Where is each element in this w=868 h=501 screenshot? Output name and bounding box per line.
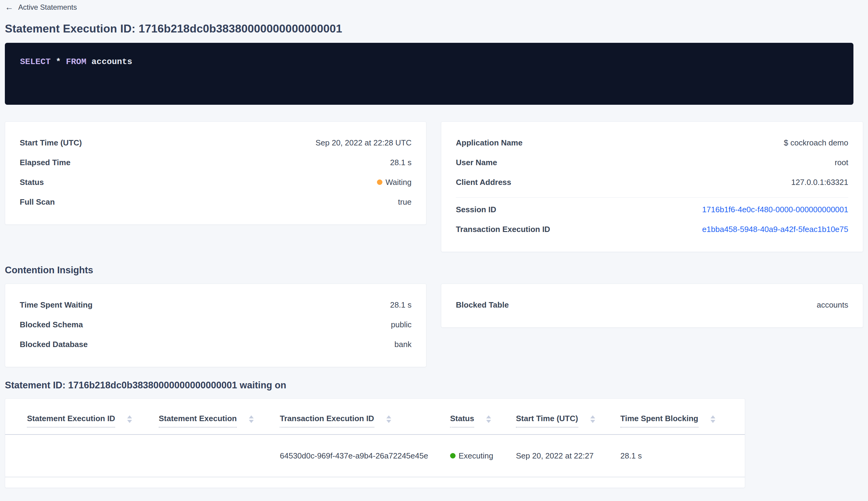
detail-row-start-time: Start Time (UTC) Sep 20, 2022 at 22:28 U… [20, 138, 412, 148]
cell-transaction-execution-id: 64530d0c-969f-437e-a9b4-26a72245e45e [280, 435, 450, 477]
sql-keyword-from: FROM [66, 57, 86, 66]
sort-icon[interactable] [590, 415, 595, 423]
user-name-value: root [835, 158, 848, 167]
sort-icon[interactable] [710, 415, 715, 423]
sql-keyword-select: SELECT [20, 57, 51, 66]
detail-row-status: Status Waiting [20, 178, 412, 187]
session-id-link[interactable]: 1716b1f6-4e0c-f480-0000-000000000001 [702, 205, 848, 214]
detail-row-session-id: Session ID 1716b1f6-4e0c-f480-0000-00000… [456, 205, 848, 214]
execution-details-row: Start Time (UTC) Sep 20, 2022 at 22:28 U… [5, 121, 863, 252]
blocked-schema-value: public [391, 320, 412, 329]
column-label: Start Time (UTC) [516, 414, 578, 427]
sql-statement-text: SELECT * FROM accounts [20, 57, 838, 67]
user-name-label: User Name [456, 158, 497, 167]
blocked-table-value: accounts [817, 300, 848, 310]
detail-row-blocked-table: Blocked Table accounts [456, 300, 848, 310]
arrow-left-icon: ← [5, 3, 13, 12]
column-label: Time Spent Blocking [620, 414, 698, 427]
table-row: 64530d0c-969f-437e-a9b4-26a72245e45e Exe… [5, 435, 745, 477]
sort-icon[interactable] [386, 415, 391, 423]
blocked-schema-label: Blocked Schema [20, 320, 83, 329]
blocked-table-label: Blocked Table [456, 300, 509, 310]
session-id-label: Session ID [456, 205, 496, 214]
column-header-transaction-execution-id[interactable]: Transaction Execution ID [280, 399, 450, 435]
column-header-status[interactable]: Status [450, 399, 516, 435]
table-header-row: Statement Execution ID Statement Executi… [5, 399, 745, 435]
sql-statement-box: SELECT * FROM accounts [5, 43, 854, 105]
column-header-time-spent-blocking[interactable]: Time Spent Blocking [620, 399, 745, 435]
back-link-label: Active Statements [18, 3, 77, 12]
elapsed-time-value: 28.1 s [390, 158, 412, 167]
status-value: Waiting [386, 178, 412, 187]
contention-insights-row: Time Spent Waiting 28.1 s Blocked Schema… [5, 284, 863, 367]
row-status-value: Executing [458, 451, 493, 461]
transaction-execution-id-label: Transaction Execution ID [456, 225, 550, 234]
execution-details-card: Start Time (UTC) Sep 20, 2022 at 22:28 U… [5, 121, 426, 225]
application-name-label: Application Name [456, 138, 523, 148]
detail-row-elapsed-time: Elapsed Time 28.1 s [20, 158, 412, 167]
detail-row-blocked-database: Blocked Database bank [20, 340, 412, 349]
blocked-database-value: bank [394, 340, 412, 349]
waiting-on-table: Statement Execution ID Statement Executi… [5, 399, 745, 477]
client-address-label: Client Address [456, 178, 511, 187]
cell-time-spent-blocking: 28.1 s [620, 435, 745, 477]
detail-row-full-scan: Full Scan true [20, 198, 412, 207]
transaction-execution-id-link[interactable]: e1bba458-5948-40a9-a42f-5feac1b10e75 [702, 225, 848, 234]
detail-row-client-address: Client Address 127.0.0.1:63321 [456, 178, 848, 187]
cell-status: Executing [450, 435, 516, 477]
detail-row-user-name: User Name root [456, 158, 848, 167]
column-header-start-time[interactable]: Start Time (UTC) [516, 399, 620, 435]
full-scan-label: Full Scan [20, 198, 55, 207]
blocked-database-label: Blocked Database [20, 340, 88, 349]
detail-row-transaction-execution-id: Transaction Execution ID e1bba458-5948-4… [456, 225, 848, 234]
time-spent-waiting-value: 28.1 s [390, 300, 412, 310]
client-address-value: 127.0.0.1:63321 [791, 178, 848, 187]
contention-right-card: Blocked Table accounts [441, 284, 863, 328]
elapsed-time-label: Elapsed Time [20, 158, 70, 167]
sort-icon[interactable] [249, 415, 254, 423]
executing-status-dot-icon [450, 453, 456, 458]
time-spent-waiting-label: Time Spent Waiting [20, 300, 93, 310]
statement-execution-page: ← Active Statements Statement Execution … [0, 0, 868, 488]
sort-icon[interactable] [486, 415, 491, 423]
cell-statement-execution [159, 435, 280, 477]
sort-icon[interactable] [127, 415, 132, 423]
cell-statement-execution-id [5, 435, 159, 477]
sql-table-identifier: accounts [91, 57, 132, 66]
contention-left-card: Time Spent Waiting 28.1 s Blocked Schema… [5, 284, 426, 367]
detail-row-time-spent-waiting: Time Spent Waiting 28.1 s [20, 300, 412, 310]
sql-star-operator: * [56, 57, 61, 66]
session-details-card: Application Name $ cockroach demo User N… [441, 121, 863, 252]
column-header-statement-execution-id[interactable]: Statement Execution ID [5, 399, 159, 435]
full-scan-value: true [398, 198, 412, 207]
column-label: Status [450, 414, 474, 427]
column-label: Statement Execution ID [27, 414, 115, 427]
start-time-value: Sep 20, 2022 at 22:28 UTC [315, 138, 412, 148]
cell-start-time: Sep 20, 2022 at 22:27 [516, 435, 620, 477]
waiting-on-table-card: Statement Execution ID Statement Executi… [5, 398, 745, 488]
detail-row-blocked-schema: Blocked Schema public [20, 320, 412, 329]
start-time-label: Start Time (UTC) [20, 138, 82, 148]
waiting-on-heading: Statement ID: 1716b218dc0b38380000000000… [5, 380, 863, 391]
column-label: Transaction Execution ID [280, 414, 374, 427]
detail-row-application-name: Application Name $ cockroach demo [456, 138, 848, 148]
application-name-value: $ cockroach demo [784, 138, 848, 148]
page-title: Statement Execution ID: 1716b218dc0b3838… [5, 22, 863, 35]
waiting-status-dot-icon [377, 180, 382, 185]
status-badge: Waiting [377, 178, 412, 187]
status-label: Status [20, 178, 44, 187]
column-header-statement-execution[interactable]: Statement Execution [159, 399, 280, 435]
back-link-active-statements[interactable]: ← Active Statements [5, 0, 77, 12]
contention-insights-heading: Contention Insights [5, 265, 863, 276]
column-label: Statement Execution [159, 414, 237, 427]
